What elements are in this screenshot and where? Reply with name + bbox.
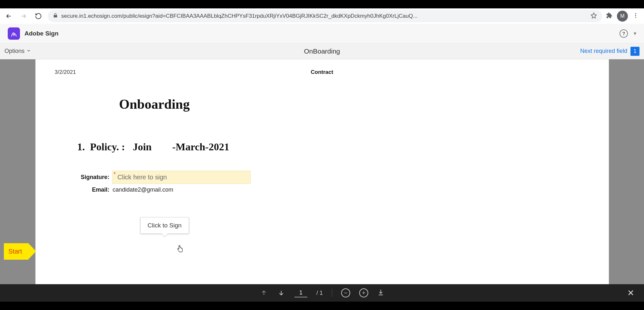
- required-field-count[interactable]: 1: [630, 47, 639, 56]
- esign-toolbar: Options OnBoarding Next required field 1: [0, 43, 644, 59]
- policy-line: 1. Policy. : Join -March-2021: [77, 141, 590, 153]
- browser-toolbar: secure.in1.echosign.com/public/esign?aid…: [0, 8, 644, 24]
- signature-tooltip: Click to Sign: [140, 217, 189, 234]
- document-viewer[interactable]: 3/2/2021 Contract Onboarding 1. Policy. …: [0, 59, 644, 284]
- reload-button[interactable]: [33, 11, 44, 22]
- options-label: Options: [5, 48, 24, 55]
- close-button[interactable]: ✕: [627, 288, 634, 298]
- start-flag-label: Start: [8, 248, 22, 255]
- back-button[interactable]: [3, 11, 14, 22]
- document-date: 3/2/2021: [55, 69, 76, 75]
- page-number-input[interactable]: [294, 289, 307, 297]
- document-page: 3/2/2021 Contract Onboarding 1. Policy. …: [35, 59, 609, 284]
- forward-button[interactable]: [18, 11, 29, 22]
- help-dropdown-arrow[interactable]: ▾: [634, 30, 636, 36]
- extensions-icon[interactable]: [606, 12, 612, 20]
- separator: [332, 289, 332, 297]
- chrome-menu-icon[interactable]: [632, 12, 639, 20]
- download-button[interactable]: [377, 289, 384, 297]
- app-header: Adobe Sign ? ▾: [0, 24, 644, 43]
- svg-point-2: [635, 17, 636, 18]
- pdf-footer-bar: / 1 − + ✕: [0, 284, 644, 302]
- svg-point-1: [635, 15, 636, 16]
- email-value: candidate2@gmail.com: [112, 186, 173, 193]
- adobe-sign-logo: [8, 27, 20, 40]
- app-title: Adobe Sign: [24, 30, 59, 37]
- page-total: / 1: [316, 290, 323, 296]
- chevron-down-icon: [26, 48, 31, 55]
- page-down-button[interactable]: [277, 289, 285, 297]
- email-label: Email:: [74, 186, 110, 193]
- letterbox-top: [0, 0, 644, 8]
- document-heading: Onboarding: [119, 96, 590, 112]
- page-up-button[interactable]: [260, 289, 268, 297]
- svg-point-0: [635, 13, 636, 14]
- profile-avatar[interactable]: M: [617, 11, 628, 22]
- start-flag[interactable]: Start: [4, 243, 28, 260]
- next-required-field-link[interactable]: Next required field: [580, 48, 627, 55]
- document-header-label: Contract: [311, 69, 333, 75]
- address-bar[interactable]: secure.in1.echosign.com/public/esign?aid…: [48, 10, 602, 22]
- zoom-in-button[interactable]: +: [359, 288, 368, 297]
- star-icon[interactable]: [591, 12, 597, 20]
- options-menu[interactable]: Options: [5, 48, 31, 55]
- url-text: secure.in1.echosign.com/public/esign?aid…: [61, 13, 418, 19]
- signature-label: Signature:: [74, 174, 110, 181]
- signature-placeholder: Click here to sign: [118, 174, 167, 181]
- tooltip-text: Click to Sign: [148, 222, 182, 229]
- help-icon[interactable]: ?: [620, 29, 628, 38]
- zoom-out-button[interactable]: −: [341, 288, 350, 297]
- signature-field[interactable]: * Click here to sign: [112, 171, 251, 184]
- letterbox-bottom: [0, 302, 644, 310]
- lock-icon: [53, 13, 58, 19]
- required-asterisk: *: [114, 171, 116, 178]
- document-title: OnBoarding: [304, 47, 340, 55]
